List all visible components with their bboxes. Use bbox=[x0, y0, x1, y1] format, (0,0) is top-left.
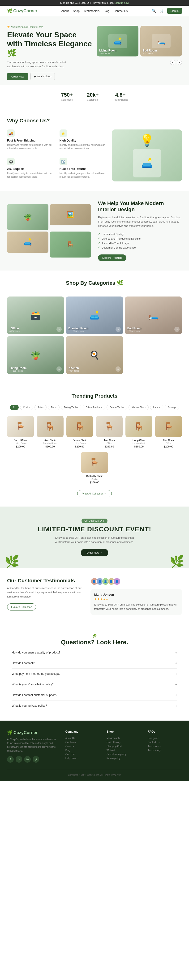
footer-faq-link-contact-us[interactable]: Contact Us bbox=[148, 740, 182, 744]
explore-products-button[interactable]: Explore Products bbox=[98, 255, 126, 261]
faq-item-0[interactable]: How do you ensure quality of product?+ bbox=[12, 648, 177, 658]
feature-quality-title: High Quality bbox=[60, 139, 107, 142]
filter-tab-sofas[interactable]: Sofas bbox=[35, 405, 47, 410]
testimonials-right: 👤 👤 👤 👤 👤 Maria Jonson ★★★★★ Enjoy up to… bbox=[91, 578, 182, 615]
shipping-icon: 🚚 bbox=[7, 129, 15, 137]
feature-returns-desc: Identify and mitigate potential risks wi… bbox=[60, 172, 107, 178]
product-hoop-chair[interactable]: 🪑 Hoop Chair Lounge Chair $200.00 bbox=[125, 416, 152, 448]
arm-chair-name: Arm Chair bbox=[37, 439, 63, 442]
footer-link-about-us[interactable]: About Us bbox=[65, 736, 100, 740]
category-bedroom[interactable]: 🛏️ Bed Room 350+ Items → bbox=[125, 296, 182, 334]
footer-link-our-team[interactable]: Our team bbox=[65, 752, 100, 756]
category-office[interactable]: 🗃️ Office 350+ Items → bbox=[7, 296, 64, 334]
nav-link-contact-us[interactable]: Contact Us bbox=[114, 10, 127, 13]
product-arm-chair[interactable]: 🪑 Arm Chair Drawing Room $200.00 bbox=[37, 416, 63, 448]
category-living-room-count: 350+ Items bbox=[10, 370, 27, 372]
footer-faq-link-size-guide[interactable]: Size guide bbox=[148, 736, 182, 740]
barrel-chair-name: Barrel Chair bbox=[7, 439, 34, 442]
bedroom-image: 🛏️ Bed Room 800+ Items bbox=[140, 26, 182, 56]
filter-tab-all[interactable]: All bbox=[10, 405, 19, 410]
arm-chair-price: $200.00 bbox=[37, 445, 63, 448]
footer-link-our-team[interactable]: Our Team bbox=[65, 740, 100, 744]
category-drawing-room[interactable]: 🛋️ Drawing Room 350+ Items → bbox=[66, 296, 123, 334]
filter-tab-storage[interactable]: Storage bbox=[165, 405, 179, 410]
footer-faq-link-accessories[interactable]: Accessories bbox=[148, 744, 182, 748]
search-icon[interactable]: 🔍 bbox=[152, 9, 156, 13]
filter-tabs: AllChairsSofasBedsDining TablesOffice Fu… bbox=[7, 405, 182, 410]
footer-link-wishlist[interactable]: Wishlist bbox=[106, 748, 141, 752]
faq-item-3[interactable]: What is your Cancellation policy?+ bbox=[12, 679, 177, 690]
category-kitchen[interactable]: 🍳 Kitchen 700+ Items → bbox=[66, 336, 123, 374]
twitter-icon[interactable]: tw bbox=[24, 756, 31, 763]
youtube-icon[interactable]: yt bbox=[33, 756, 39, 763]
product-barrel-chair[interactable]: 🪑 Barrel Chair Living Room $200.00 bbox=[7, 416, 34, 448]
category-living-room[interactable]: 🪴 Living Room 350+ Items → bbox=[7, 336, 64, 374]
categories-title: Shop By Categories 🌿 bbox=[66, 280, 123, 286]
hero-section: 🏆 Award Winning Furniture Store Elevate … bbox=[0, 16, 189, 85]
hero-next-button[interactable]: › bbox=[177, 60, 182, 65]
footer-logo: 🌿 CozyCorner bbox=[7, 730, 58, 735]
footer-link-my-accounts[interactable]: My Accounts bbox=[106, 736, 141, 740]
barrel-chair-category: Living Room bbox=[7, 442, 34, 444]
nav-link-blog[interactable]: Blog bbox=[104, 10, 110, 13]
footer-col-faq: FAQs Size guideContact UsAccessoriesAcce… bbox=[148, 730, 182, 763]
hero-right: 🛋️ Living Room 350+ Items 🛏️ Bed Room 80… bbox=[97, 26, 182, 80]
filter-tab-dining-tables[interactable]: Dining Tables bbox=[61, 405, 81, 410]
bedroom-count: 800+ Items bbox=[143, 52, 157, 54]
banner-text: Sign up and GET 20% OFF for your first o… bbox=[60, 2, 114, 4]
product-butterfly-chair[interactable]: 🪑 Butterfly Chair Studio $200.00 bbox=[81, 452, 108, 484]
product-pod-chair[interactable]: 🪑 Pod Chair Office $200.00 bbox=[155, 416, 182, 448]
nav-link-testimonials[interactable]: Testimonials bbox=[84, 10, 100, 13]
cart-icon[interactable]: 🛒 bbox=[159, 9, 164, 13]
footer-link-help-center[interactable]: Help center bbox=[65, 756, 100, 760]
filter-tab-chairs[interactable]: Chairs bbox=[20, 405, 33, 410]
stats-section: 750+ Collections 20k+ Customers 4.8+ Rev… bbox=[0, 85, 189, 108]
explore-collection-button[interactable]: Explore Collection bbox=[7, 603, 36, 611]
stat-rating-number: 4.8+ bbox=[113, 92, 128, 98]
faq-item-4[interactable]: How do I contact customer support?+ bbox=[12, 690, 177, 700]
faq-item-5[interactable]: What is your privacy policy?+ bbox=[12, 700, 177, 711]
order-now-button[interactable]: Order Now bbox=[7, 73, 28, 80]
feature-returns: ↩️ Hustle Free Returns Identify and miti… bbox=[60, 158, 107, 181]
hoop-chair-price: $200.00 bbox=[125, 445, 152, 448]
filter-tab-kitchen-tools[interactable]: Kitchen Tools bbox=[129, 405, 149, 410]
interior-desc: Explore our handpicked selection of furn… bbox=[98, 215, 182, 228]
banner-link[interactable]: Sign up now bbox=[114, 2, 129, 4]
butterfly-chair-price: $200.00 bbox=[81, 481, 108, 484]
hero-prev-button[interactable]: ‹ bbox=[170, 60, 175, 65]
facebook-icon[interactable]: f bbox=[7, 756, 14, 763]
nav-link-about[interactable]: About bbox=[61, 10, 68, 13]
watch-video-button[interactable]: ▶ Watch Video bbox=[30, 73, 55, 80]
filter-tab-centre-tables[interactable]: Centre Tables bbox=[106, 405, 127, 410]
faq-item-1[interactable]: How do I contact?+ bbox=[12, 658, 177, 668]
stat-collections: 750+ Collections bbox=[61, 92, 73, 101]
footer-link-careers[interactable]: Careers bbox=[65, 744, 100, 748]
footer-faq-link-accessibility[interactable]: Accessibility bbox=[148, 748, 182, 752]
faq-question-2: What payment method do you accept? bbox=[12, 672, 60, 676]
plant-left-icon: 🌿 bbox=[5, 555, 19, 568]
footer-link-order-history[interactable]: Order History bbox=[106, 740, 141, 744]
feature-quality-desc: Identify and mitigate potential risks wi… bbox=[60, 143, 107, 150]
hero-nav: ‹ › bbox=[97, 60, 182, 65]
instagram-icon[interactable]: in bbox=[16, 756, 22, 763]
order-now-discount-button[interactable]: Order Now → bbox=[81, 549, 108, 557]
filter-tab-beds[interactable]: Beds bbox=[48, 405, 60, 410]
returns-icon: ↩️ bbox=[60, 158, 67, 165]
footer-link-blog[interactable]: Blog bbox=[65, 748, 100, 752]
nav-link-shop[interactable]: Shop bbox=[73, 10, 79, 13]
filter-tab-office-furniture[interactable]: Office Furniture bbox=[83, 405, 105, 410]
product-office-arm-chair[interactable]: 🪑 Arm Chair Office $200.00 bbox=[96, 416, 122, 448]
footer-link-shopping-cart[interactable]: Shopping Cart bbox=[106, 744, 141, 748]
interior-title: We Help You Make Modern Interior Design bbox=[98, 200, 182, 213]
footer-link-return-policy[interactable]: Return policy bbox=[106, 756, 141, 760]
trending-title: Trending Products bbox=[7, 393, 182, 399]
filter-tab-lamps[interactable]: Lamps bbox=[150, 405, 163, 410]
product-scoop-chair[interactable]: 🪑 Scoop Chair Living Room $200.00 bbox=[67, 416, 93, 448]
footer-link-cancellation-policy[interactable]: Cancellation policy bbox=[106, 752, 141, 756]
feature-support-desc: Identify and mitigate potential risks wi… bbox=[7, 172, 55, 178]
reviewer-avatars: 👤 👤 👤 👤 👤 bbox=[91, 578, 182, 585]
faq-leaf-icon: 🌿 bbox=[7, 634, 182, 638]
view-collection-button[interactable]: View All Collection → bbox=[77, 490, 112, 497]
signin-button[interactable]: Sign In bbox=[167, 8, 182, 14]
faq-item-2[interactable]: What payment method do you accept?+ bbox=[12, 668, 177, 679]
